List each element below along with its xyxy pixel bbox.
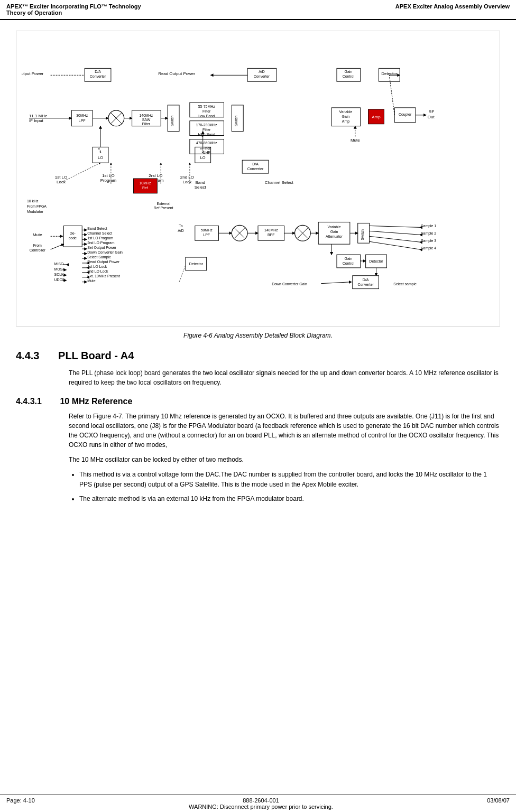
svg-text:Control: Control	[343, 262, 355, 265]
svg-text:170-230MHz: 170-230MHz	[196, 123, 217, 127]
svg-text:From: From	[33, 244, 42, 247]
svg-text:Gain: Gain	[330, 230, 338, 234]
svg-text:55-75MHz: 55-75MHz	[198, 105, 216, 108]
svg-text:MISO: MISO	[54, 262, 64, 266]
svg-text:Down Converter Gain: Down Converter Gain	[272, 282, 307, 286]
svg-text:Gain: Gain	[345, 257, 353, 260]
svg-text:BPF: BPF	[268, 233, 275, 237]
svg-text:Ref Present: Ref Present	[154, 206, 173, 210]
svg-text:2nd LO Lock: 2nd LO Lock	[87, 269, 108, 273]
svg-line-187	[179, 265, 186, 282]
svg-text:1st LO Program: 1st LO Program	[87, 236, 113, 240]
svg-text:Mute: Mute	[33, 232, 42, 237]
figure-caption: Figure 4-6 Analog Assembly Detailed Bloc…	[16, 332, 500, 339]
svg-text:SAW: SAW	[142, 118, 151, 122]
svg-text:Band Select: Band Select	[87, 227, 107, 230]
svg-text:Set Output Power: Set Output Power	[22, 71, 44, 76]
svg-text:Lock: Lock	[57, 180, 66, 184]
svg-text:Channel Select: Channel Select	[87, 231, 112, 235]
svg-text:Down Converter Gain: Down Converter Gain	[87, 250, 123, 254]
svg-text:External: External	[156, 202, 170, 206]
svg-text:Read Output Power: Read Output Power	[87, 260, 120, 264]
page-footer: Page: 4-10 888-2604-001 WARNING: Disconn…	[0, 795, 516, 812]
svg-text:Sample 1: Sample 1	[421, 224, 436, 228]
svg-text:De-: De-	[70, 231, 76, 235]
svg-text:LO: LO	[98, 155, 103, 160]
svg-text:Sample 2: Sample 2	[421, 231, 436, 236]
svg-text:Gain: Gain	[345, 70, 353, 73]
svg-text:From FPGA: From FPGA	[27, 204, 47, 208]
section-443-heading: 4.4.3 PLL Board - A4	[16, 350, 500, 362]
svg-line-165	[370, 236, 420, 242]
svg-text:Select: Select	[195, 185, 207, 190]
svg-text:1st LO: 1st LO	[55, 175, 67, 180]
svg-text:UDCS: UDCS	[54, 278, 65, 282]
svg-text:Controller: Controller	[30, 248, 46, 252]
svg-text:RF: RF	[429, 109, 435, 114]
svg-text:LPF: LPF	[203, 233, 210, 237]
svg-text:LPF: LPF	[79, 119, 86, 123]
svg-text:10 kHz: 10 kHz	[27, 199, 39, 203]
svg-text:Ext. 10MHz Present: Ext. 10MHz Present	[87, 274, 120, 278]
svg-line-186	[63, 163, 100, 181]
section-4431-body: Refer to Figure 4-7. The primary 10 Mhz …	[69, 412, 500, 450]
footer-right: 03/08/07	[487, 797, 510, 810]
svg-text:Mute: Mute	[87, 279, 96, 283]
bullet-list: This method is via a control voltage for…	[79, 470, 500, 505]
svg-text:nd: nd	[200, 147, 204, 150]
svg-text:1st LO Lock: 1st LO Lock	[87, 265, 107, 268]
svg-text:Switch: Switch	[170, 115, 174, 126]
svg-text:140MHz: 140MHz	[139, 114, 153, 117]
svg-text:Channel Select: Channel Select	[265, 180, 294, 185]
page-header: APEX™ Exciter Incorporating FLO™ Technol…	[0, 0, 516, 20]
svg-text:Select Sample: Select Sample	[87, 255, 111, 259]
svg-text:2nd LO: 2nd LO	[180, 175, 194, 180]
svg-text:140MHz: 140MHz	[264, 228, 278, 232]
svg-text:SCLK: SCLK	[54, 273, 64, 276]
diagram-area: Set Output Power 11.1 MHz IF Input D/A C…	[16, 31, 500, 326]
svg-text:2nd LO Program: 2nd LO Program	[87, 241, 115, 245]
svg-text:2: 2	[202, 150, 204, 154]
svg-text:Switch: Switch	[234, 115, 238, 126]
svg-text:470-860MHz: 470-860MHz	[196, 141, 217, 145]
svg-text:2nd LO: 2nd LO	[149, 173, 162, 178]
svg-text:Converter: Converter	[247, 167, 264, 171]
svg-text:High Band: High Band	[198, 133, 215, 137]
svg-text:Program: Program	[100, 178, 117, 183]
svg-text:Filter: Filter	[142, 122, 151, 126]
svg-text:Select sample: Select sample	[393, 282, 417, 286]
svg-text:Low Band: Low Band	[198, 114, 215, 118]
svg-text:1: 1	[99, 150, 102, 154]
svg-text:1st LO: 1st LO	[102, 173, 114, 178]
svg-text:Amp: Amp	[372, 115, 381, 119]
svg-line-164	[370, 231, 420, 235]
svg-text:IF Input: IF Input	[29, 118, 44, 123]
footer-left: Page: 4-10	[6, 797, 35, 810]
svg-text:D/A: D/A	[363, 278, 369, 282]
svg-text:Set Output Power: Set Output Power	[87, 246, 116, 250]
svg-text:Switch: Switch	[361, 229, 364, 240]
svg-text:Amp: Amp	[342, 119, 349, 124]
svg-text:A/D: A/D	[259, 70, 265, 73]
svg-text:Coupler: Coupler	[399, 113, 412, 117]
svg-line-176	[321, 282, 352, 284]
svg-text:A/D: A/D	[178, 229, 184, 232]
svg-text:st: st	[98, 147, 100, 150]
svg-text:10MHz: 10MHz	[139, 181, 151, 185]
svg-line-101	[51, 244, 64, 249]
svg-text:To: To	[179, 224, 182, 228]
svg-text:LO: LO	[200, 155, 206, 160]
svg-text:Filter: Filter	[202, 109, 211, 113]
header-right: APEX Exciter Analog Assembly Overview	[395, 3, 510, 16]
bullet-1: This method is via a control voltage for…	[79, 470, 500, 490]
section-4431-body2: The 10 MHz oscillator can be locked by e…	[69, 455, 500, 464]
svg-text:Read Output Power: Read Output Power	[158, 71, 195, 76]
svg-text:Detector: Detector	[369, 259, 383, 263]
svg-text:D/A: D/A	[95, 70, 101, 73]
svg-text:MOSI: MOSI	[54, 267, 64, 271]
svg-text:Control: Control	[343, 74, 355, 78]
bullet-2: The alternate method is via an external …	[79, 494, 500, 504]
svg-line-163	[370, 226, 420, 227]
section-4431-heading: 4.4.3.1 10 MHz Reference	[16, 397, 500, 406]
svg-text:Sample 4: Sample 4	[421, 246, 436, 250]
